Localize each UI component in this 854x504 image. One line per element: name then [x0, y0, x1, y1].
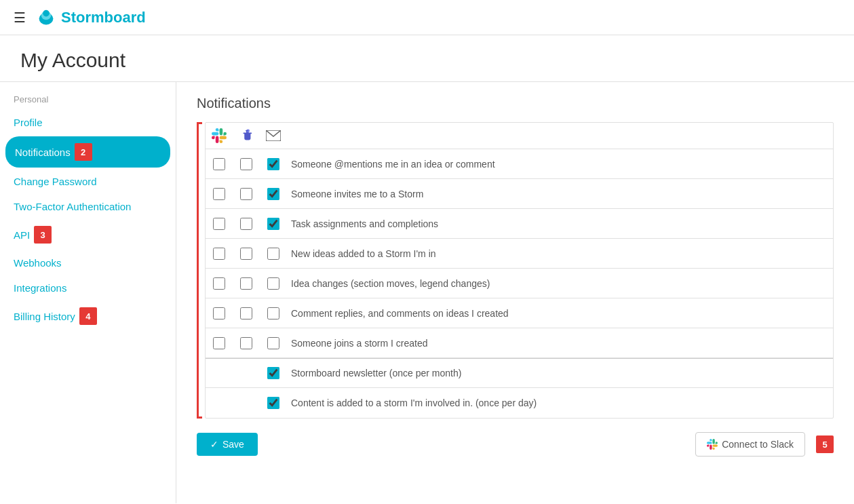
- notif-row-2: Task assignments and completions: [206, 209, 833, 239]
- sidebar-item-api[interactable]: API 3: [0, 219, 176, 250]
- notif-row-8: Content is added to a storm I'm involved…: [206, 388, 833, 418]
- notifications-wrapper: Someone @mentions me in an idea or comme…: [197, 122, 834, 419]
- notif-row-0-slack-check[interactable]: [206, 158, 233, 170]
- notifications-header: [206, 123, 833, 149]
- notif-row-3-label: New ideas added to a Storm I'm in: [287, 248, 833, 259]
- page-title: My Account: [20, 49, 834, 72]
- sidebar-section-personal: Personal: [0, 89, 176, 110]
- notif-row-2-label: Task assignments and completions: [287, 218, 833, 229]
- notif-row-4: Idea changes (section moves, legend chan…: [206, 269, 833, 298]
- notif-row-7: Stormboard newsletter (once per month): [206, 358, 833, 388]
- sidebar-item-two-factor[interactable]: Two-Factor Authentication: [0, 194, 176, 219]
- logo-text: Stormboard: [61, 9, 146, 26]
- annotation-badge-5: 5: [816, 435, 834, 453]
- notif-row-5-label: Comment replies, and comments on ideas I…: [287, 308, 833, 319]
- notifications-table: Someone @mentions me in an idea or comme…: [205, 122, 834, 419]
- logo-icon: [35, 7, 57, 28]
- notif-row-0-label: Someone @mentions me in an idea or comme…: [287, 159, 833, 170]
- top-nav: ☰ Stormboard: [0, 0, 854, 35]
- notif-row-0-teams-check[interactable]: [233, 158, 260, 170]
- connect-area: Connect to Slack 5: [695, 432, 834, 457]
- notif-row-1-label: Someone invites me to a Storm: [287, 189, 833, 199]
- bracket-annotation: [197, 122, 202, 419]
- layout: Personal Profile Notifications 2 Change …: [0, 82, 854, 503]
- main-content: Notifications: [176, 82, 854, 503]
- notif-row-4-label: Idea changes (section moves, legend chan…: [287, 278, 833, 289]
- annotation-badge-3: 3: [34, 226, 52, 244]
- sidebar-item-webhooks[interactable]: Webhooks: [0, 250, 176, 275]
- notif-row-6-label: Someone joins a storm I created: [287, 338, 833, 349]
- save-button[interactable]: ✓ Save: [197, 433, 258, 456]
- email-column-header: [260, 130, 287, 141]
- hamburger-icon[interactable]: ☰: [14, 9, 26, 26]
- notif-row-3: New ideas added to a Storm I'm in: [206, 239, 833, 269]
- sidebar-item-profile[interactable]: Profile: [0, 110, 176, 135]
- notif-row-6: Someone joins a storm I created: [206, 328, 833, 358]
- slack-button-icon: [707, 439, 718, 450]
- sidebar-item-integrations[interactable]: Integrations: [0, 275, 176, 301]
- email-icon: [266, 130, 281, 141]
- logo: Stormboard: [35, 7, 146, 28]
- annotation-badge-2: 2: [75, 143, 92, 161]
- sidebar-item-notifications[interactable]: Notifications 2: [5, 136, 170, 168]
- notif-row-0-email-check[interactable]: [260, 158, 287, 170]
- notif-row-7-label: Stormboard newsletter (once per month): [287, 368, 833, 379]
- sidebar: Personal Profile Notifications 2 Change …: [0, 82, 176, 503]
- slack-column-header: [206, 128, 233, 143]
- connect-to-slack-button[interactable]: Connect to Slack: [695, 432, 805, 457]
- notif-row-5: Comment replies, and comments on ideas I…: [206, 298, 833, 328]
- notif-row-1: Someone invites me to a Storm: [206, 179, 833, 209]
- page-header: My Account: [0, 35, 854, 82]
- svg-point-2: [43, 9, 50, 16]
- notif-row-8-label: Content is added to a storm I'm involved…: [287, 398, 833, 408]
- svg-rect-4: [246, 130, 248, 132]
- teams-column-header: [233, 128, 260, 143]
- teams-icon: [239, 128, 254, 143]
- slack-icon: [212, 128, 227, 143]
- action-row: ✓ Save Connect to Slack: [197, 432, 834, 457]
- annotation-badge-4: 4: [79, 307, 97, 325]
- sidebar-item-billing-history[interactable]: Billing History 4: [0, 301, 176, 332]
- notif-row-0: Someone @mentions me in an idea or comme…: [206, 149, 833, 179]
- sidebar-item-change-password[interactable]: Change Password: [0, 169, 176, 194]
- checkmark-icon: ✓: [210, 439, 218, 450]
- notifications-title: Notifications: [197, 96, 834, 111]
